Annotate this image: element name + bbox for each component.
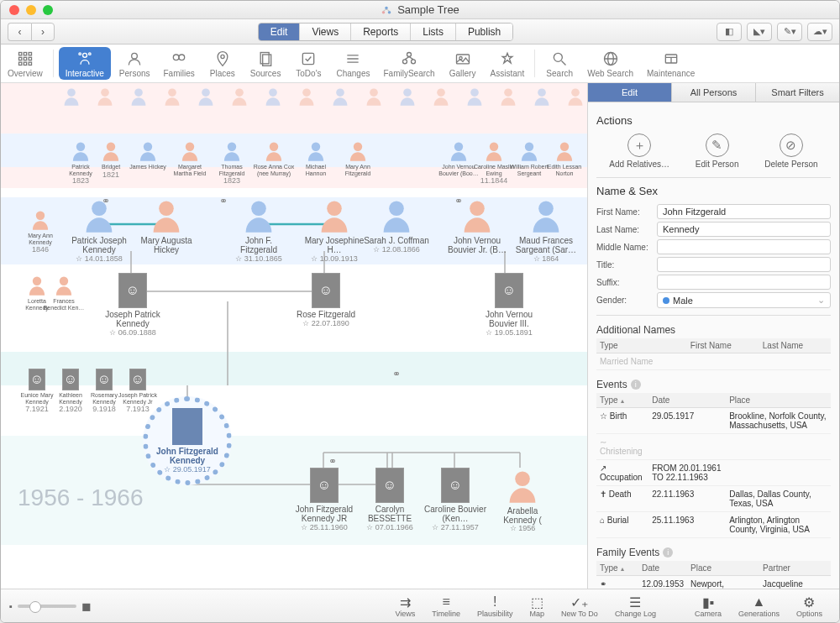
- title-input[interactable]: [657, 257, 831, 272]
- event-row[interactable]: ☆ Birth: [596, 408, 648, 434]
- middle-name-input[interactable]: [657, 239, 831, 254]
- bottom-generations[interactable]: ▲Generations: [730, 594, 788, 618]
- person-node[interactable]: Margaret Martha Field: [169, 140, 211, 176]
- tool-search[interactable]: Search: [538, 44, 580, 82]
- person-node[interactable]: ☺Rose Fitzgerald☆ 22.07.1890: [293, 273, 359, 327]
- tool-websearch[interactable]: Web Search: [580, 44, 640, 82]
- bottom-camera[interactable]: ▮▪Camera: [686, 594, 730, 618]
- tab-publish[interactable]: Publish: [456, 24, 512, 40]
- person-node[interactable]: Maud Frances Sargeant (Sar…☆ 1864: [513, 197, 579, 263]
- person-node[interactable]: Bridget1821: [90, 140, 132, 179]
- info-icon[interactable]: i: [631, 380, 641, 390]
- person-node[interactable]: ☺Joseph Patrick Kennedy Jr7.1913: [117, 369, 159, 413]
- gender-select[interactable]: Male⌄: [657, 292, 831, 308]
- person-node[interactable]: Rose Anna Cox (nee Murray): [253, 140, 295, 176]
- additional-names-table[interactable]: TypeFirst NameLast Name Married Name: [596, 338, 831, 370]
- person-photo: ☺: [118, 273, 147, 308]
- person-node[interactable]: [555, 86, 587, 110]
- person-node[interactable]: Arabella Kennedy (☆ 1956: [490, 468, 555, 533]
- person-node[interactable]: Michael Hannon: [295, 140, 337, 176]
- person-node[interactable]: ☺Carolyn BESSETTE☆ 07.01.1966: [357, 468, 423, 531]
- panel-scroll[interactable]: Actions ＋Add Relatives… ✎Edit Person ⊘De…: [588, 102, 839, 589]
- tool-persons[interactable]: Persons: [113, 44, 157, 82]
- svg-point-65: [134, 88, 143, 97]
- bottom-plausibility[interactable]: !Plausibility: [469, 594, 522, 618]
- selected-person[interactable]: John Fitzgerald Kennedy☆ 29.05.1917: [143, 396, 232, 485]
- event-row[interactable]: ↗ Occupation: [596, 460, 648, 486]
- person-node[interactable]: ☺Joseph Patrick Kennedy☆ 06.09.1888: [100, 273, 165, 337]
- person-photo: ☺: [441, 468, 470, 503]
- tool-todos[interactable]: ToDo's: [287, 44, 329, 82]
- info-icon[interactable]: i: [663, 547, 673, 558]
- bottom-views[interactable]: ⇉Views: [386, 594, 423, 618]
- nav-back-button[interactable]: ‹: [8, 23, 31, 41]
- zoom-window-icon[interactable]: [43, 5, 53, 15]
- sidebar-toggle-button[interactable]: ◧: [717, 23, 742, 41]
- panel-tab-edit[interactable]: Edit: [588, 83, 672, 102]
- svg-rect-9: [24, 57, 26, 60]
- cloud-button[interactable]: ☁▾: [807, 23, 832, 41]
- edit-person-button[interactable]: ✎Edit Person: [696, 134, 739, 169]
- nav-forward-button[interactable]: ›: [31, 23, 55, 41]
- tab-views[interactable]: Views: [300, 24, 351, 40]
- person-node[interactable]: Sarah J. Coffman☆ 12.08.1866: [364, 197, 429, 254]
- panel-tab-all-persons[interactable]: All Persons: [672, 83, 756, 102]
- tool-families[interactable]: Families: [157, 44, 202, 82]
- person-node[interactable]: Patrick Joseph Kennedy☆ 14.01.1858: [66, 197, 132, 263]
- minimize-window-icon[interactable]: [26, 5, 36, 15]
- tool-overview[interactable]: Overview: [1, 44, 50, 82]
- tool-sources[interactable]: Sources: [244, 44, 288, 82]
- bottom-timeline[interactable]: ≡Timeline: [423, 594, 469, 618]
- tool-changes[interactable]: Changes: [329, 44, 376, 82]
- tool-places[interactable]: Places: [202, 44, 244, 82]
- tab-reports[interactable]: Reports: [351, 24, 411, 40]
- person-node[interactable]: John F. Fitzgerald☆ 31.10.1865: [226, 197, 291, 263]
- tree-canvas[interactable]: 1956 - 1966 ⚭⚭⚭⚭⚭ Patrick Kennedy1823Bri…: [1, 83, 587, 589]
- panel-tab-smart-filters[interactable]: Smart Filters: [756, 83, 839, 102]
- bottom-newtodo[interactable]: ✓₊New To Do: [553, 594, 606, 618]
- event-row[interactable]: ∼ Christening: [596, 434, 648, 460]
- events-table[interactable]: Type▴DatePlace ☆ Birth29.05.1917Brooklin…: [596, 393, 831, 538]
- svg-point-27: [407, 52, 412, 56]
- tag-button[interactable]: ✎▾: [777, 23, 802, 41]
- delete-person-button[interactable]: ⊘Delete Person: [764, 134, 817, 169]
- bottom-options[interactable]: ⚙Options: [788, 594, 831, 618]
- family-event-row[interactable]: ⚭ Marriage: [596, 576, 638, 589]
- tool-maintenance[interactable]: Maintenance: [640, 44, 701, 82]
- person-node[interactable]: Edith Lessan Norton: [543, 140, 585, 176]
- tool-interactive[interactable]: Interactive: [59, 47, 111, 80]
- close-window-icon[interactable]: [9, 5, 19, 15]
- add-relatives-button[interactable]: ＋Add Relatives…: [609, 134, 669, 169]
- tab-lists[interactable]: Lists: [411, 24, 456, 40]
- zoom-slider[interactable]: [18, 605, 76, 608]
- family-events-table[interactable]: Type▴DatePlacePartner ⚭ Marriage12.09.19…: [596, 561, 831, 589]
- zoom-in-icon[interactable]: ◼: [81, 599, 92, 613]
- person-node[interactable]: Thomas Fitzgerald1823: [211, 140, 253, 185]
- tool-gallery[interactable]: Gallery: [442, 44, 484, 82]
- person-node[interactable]: Mary Ann Fitzgerald: [337, 140, 379, 176]
- first-name-input[interactable]: [657, 204, 831, 219]
- zoom-out-icon[interactable]: ▪: [9, 601, 13, 611]
- tool-assistant[interactable]: Assistant: [484, 44, 532, 82]
- bottom-changelog[interactable]: ☰Change Log: [606, 594, 664, 618]
- suffix-input[interactable]: [657, 275, 831, 290]
- last-name-input[interactable]: [657, 222, 831, 237]
- event-row[interactable]: ✝ Death: [596, 486, 648, 512]
- actions-header: Actions: [596, 114, 831, 127]
- person-node[interactable]: ☺John Fitzgerald Kennedy JR☆ 25.11.1960: [291, 468, 357, 531]
- person-node[interactable]: Frances Benedict Ken…: [43, 275, 85, 311]
- tool-familysearch[interactable]: FamilySearch: [376, 44, 441, 82]
- person-node[interactable]: Mary Josephine H…☆ 10.09.1913: [302, 197, 367, 263]
- person-node[interactable]: ☺John Vernou Bouvier III.☆ 19.05.1891: [476, 273, 542, 337]
- person-node[interactable]: ☺Caroline Bouvier (Ken…☆ 27.11.1957: [423, 468, 488, 531]
- person-node[interactable]: James Hickey: [127, 140, 169, 170]
- bottom-toolbar: ▪ ◼ ⇉Views ≡Timeline !Plausibility ⬚Map …: [1, 589, 839, 622]
- svg-point-82: [186, 143, 194, 151]
- bottom-map[interactable]: ⬚Map: [522, 594, 554, 618]
- bookmark-button[interactable]: ◣▾: [747, 23, 772, 41]
- person-node[interactable]: John Vernou Bouvier Jr. (B…: [444, 197, 510, 254]
- event-row[interactable]: ⌂ Burial: [596, 512, 648, 538]
- person-node[interactable]: Mary Augusta Hickey: [134, 197, 199, 254]
- person-node[interactable]: Mary Ann Kennedy1846: [19, 209, 61, 254]
- tab-edit[interactable]: Edit: [259, 24, 301, 40]
